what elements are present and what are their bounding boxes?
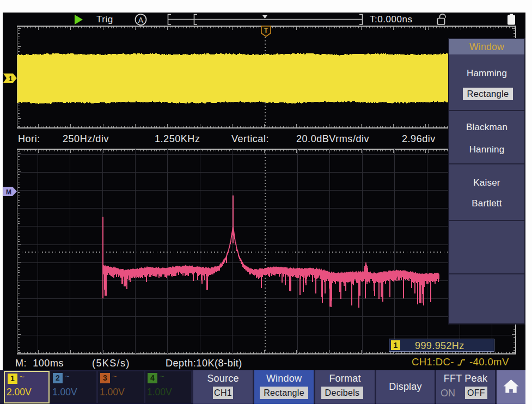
svg-text:1: 1 bbox=[8, 75, 12, 83]
svg-text:M: M bbox=[6, 188, 11, 196]
svg-text:A: A bbox=[138, 16, 144, 25]
svg-text:T: T bbox=[264, 27, 268, 34]
